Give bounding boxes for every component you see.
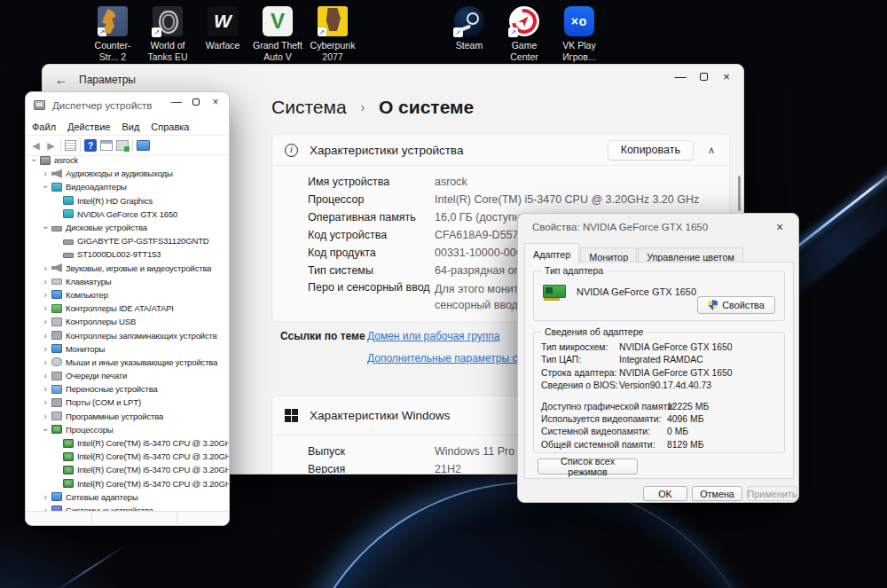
chevron-right-icon[interactable]: › [40, 169, 51, 178]
printer-icon [51, 372, 62, 380]
device-spec-header[interactable]: i Характеристики устройства Копировать ∧ [272, 135, 729, 166]
settings-titlebar[interactable]: ← Параметры [43, 65, 743, 95]
tree-item[interactable]: ›Компьютер [26, 288, 229, 302]
desktop-icon-warface[interactable]: WWarface [195, 4, 250, 63]
chevron-down-icon[interactable]: › [41, 223, 51, 233]
close-icon[interactable]: × [715, 68, 738, 84]
tree-item[interactable]: ›Клавиатуры [26, 275, 229, 288]
devices-icon[interactable] [137, 140, 150, 151]
tree-item[interactable]: Intel(R) Core(TM) i5-3470 CPU @ 3.20GHz [26, 450, 229, 463]
maximize-icon[interactable] [186, 95, 206, 109]
tree-item-label: Звуковые, игровые и видеоустройства [66, 263, 211, 273]
adapter-info-value: Integrated RAMDAC [619, 355, 703, 367]
tree-item[interactable]: ›Аудиовходы и аудиовыходы [26, 167, 229, 180]
warface-icon: W [208, 6, 238, 36]
scan-hardware-icon[interactable] [116, 140, 129, 151]
adapter-memory-value: 0 МБ [667, 427, 688, 439]
help-icon[interactable]: ? [84, 139, 97, 152]
properties-icon[interactable] [65, 140, 76, 151]
link-domain-or-workgroup[interactable]: Домен или рабочая группа [367, 330, 500, 342]
desktop-icon-wot[interactable]: ↗World of Tanks EU [140, 4, 195, 63]
tree-item[interactable]: ›Контроллеры IDE ATA/ATAPI [26, 302, 229, 315]
chevron-right-icon[interactable]: › [40, 290, 51, 300]
spec-field-value: asrock [435, 176, 467, 188]
ok-button[interactable]: OK [643, 486, 687, 501]
breadcrumb-parent[interactable]: Система [271, 97, 347, 117]
tree-item[interactable]: ›Контроллеры USB [26, 315, 229, 328]
adapter-properties-button[interactable]: Свойства [697, 296, 775, 314]
dialog-tabs: АдаптерМониторУправление цветом [524, 243, 744, 263]
maximize-icon[interactable] [692, 68, 715, 84]
minimize-icon[interactable]: — [167, 95, 186, 109]
chevron-right-icon[interactable]: › [40, 371, 51, 380]
windows-field-value: 21H2 [435, 463, 461, 474]
tree-item[interactable]: ›Дисковые устройства [26, 221, 229, 234]
tree-item[interactable]: Intel(R) Core(TM) i5-3470 CPU @ 3.20GHz [26, 477, 229, 490]
tree-item-label: Intel(R) Core(TM) i5-3470 CPU @ 3.20GHz [77, 479, 229, 489]
chevron-right-icon[interactable]: › [40, 492, 51, 502]
tree-item[interactable]: ›Мыши и иные указывающие устройства [26, 356, 229, 369]
tree-item[interactable]: GIGABYTE GP-GSTFS31120GNTD [26, 234, 229, 247]
scrollbar-thumb[interactable] [738, 176, 741, 211]
desktop-icon-gamecenter[interactable]: ↗Game Center [497, 4, 552, 63]
copy-button[interactable]: Копировать [608, 140, 694, 161]
tree-item[interactable]: Intel(R) Core(TM) i5-3470 CPU @ 3.20GHz [26, 463, 229, 476]
tree-item[interactable]: ›Контроллеры запоминающих устройств [26, 328, 229, 341]
forward-icon[interactable]: ▶ [45, 140, 57, 152]
chevron-down-icon[interactable]: › [29, 155, 39, 166]
tree-item[interactable]: ›Очереди печати [26, 369, 229, 382]
chevron-right-icon[interactable]: › [40, 344, 51, 354]
tree-item[interactable]: NVIDIA GeForce GTX 1650 [26, 208, 229, 221]
tree-item[interactable]: ›Программные устройства [26, 410, 229, 423]
close-icon[interactable]: × [206, 95, 225, 109]
desktop-icon-cs2[interactable]: ↗Counter-Str... 2 [85, 4, 140, 63]
desktop-icon-cyberpunk[interactable]: ↗Cyberpunk 2077 [305, 4, 360, 63]
menu-item-1[interactable]: Действие [67, 122, 110, 132]
show-window-icon[interactable] [100, 140, 113, 151]
minimize-icon[interactable]: — [669, 68, 692, 84]
chevron-down-icon[interactable]: › [41, 424, 51, 435]
chevron-right-icon[interactable]: › [40, 331, 51, 341]
tree-item[interactable]: Intel(R) Core(TM) i5-3470 CPU @ 3.20GHz [26, 436, 229, 450]
tree-item-label: GIGABYTE GP-GSTFS31120GNTD [77, 236, 209, 246]
desktop-icon-label: Grand Theft Auto V [250, 40, 305, 63]
chevron-right-icon[interactable]: › [40, 303, 51, 313]
list-all-modes-button[interactable]: Список всех режимов [538, 459, 638, 474]
tree-item[interactable]: ›Сетевые адаптеры [26, 490, 229, 504]
chevron-right-icon[interactable]: › [40, 317, 51, 326]
chevron-down-icon[interactable]: › [41, 182, 51, 192]
desktop: ↗Counter-Str... 2↗World of Tanks EUWWarf… [0, 0, 887, 588]
tree-item[interactable]: ›Процессоры [26, 423, 229, 436]
tree-item[interactable]: ST1000DL002-9TT153 [26, 247, 229, 261]
chevron-right-icon[interactable]: › [40, 384, 51, 394]
desktop-icon-gta5[interactable]: VGrand Theft Auto V [250, 4, 305, 63]
menu-item-0[interactable]: Файл [32, 122, 56, 132]
apply-button[interactable]: Применить [747, 486, 797, 501]
back-icon[interactable]: ← [55, 73, 73, 87]
chevron-up-icon[interactable]: ∧ [708, 145, 715, 156]
back-icon[interactable]: ◀ [30, 140, 42, 152]
disk-icon [63, 253, 74, 258]
tree-item[interactable]: ›asrock [26, 153, 229, 167]
chevron-right-icon[interactable]: › [40, 357, 51, 367]
tree-item[interactable]: Intel(R) HD Graphics [26, 194, 229, 208]
tree-item[interactable]: ›Видеоадаптеры [26, 180, 229, 193]
desktop-icon-vkplay[interactable]: ×oVK Play Игров... [552, 4, 607, 63]
pc-icon [51, 290, 62, 299]
desktop-icon-steam[interactable]: ↗Steam [442, 4, 497, 63]
tree-item[interactable]: ›Переносные устройства [26, 382, 229, 396]
menu-item-3[interactable]: Справка [151, 122, 189, 132]
close-icon[interactable]: × [770, 219, 789, 235]
tree-item[interactable]: ›Системные устройства [26, 504, 229, 511]
tree-item[interactable]: ›Звуковые, игровые и видеоустройства [26, 262, 229, 275]
cancel-button[interactable]: Отмена [692, 486, 742, 501]
chevron-right-icon[interactable]: › [40, 277, 51, 286]
menu-item-2[interactable]: Вид [122, 122, 139, 132]
tab-0[interactable]: Адаптер [524, 243, 579, 264]
chevron-right-icon[interactable]: › [40, 397, 51, 407]
tree-item[interactable]: ›Мониторы [26, 342, 229, 356]
chevron-right-icon[interactable]: › [40, 412, 51, 421]
chevron-right-icon[interactable]: › [40, 263, 51, 273]
dialog-titlebar[interactable]: Свойства: NVIDIA GeForce GTX 1650 [518, 214, 798, 240]
tree-item[interactable]: ›Порты (COM и LPT) [26, 396, 229, 409]
